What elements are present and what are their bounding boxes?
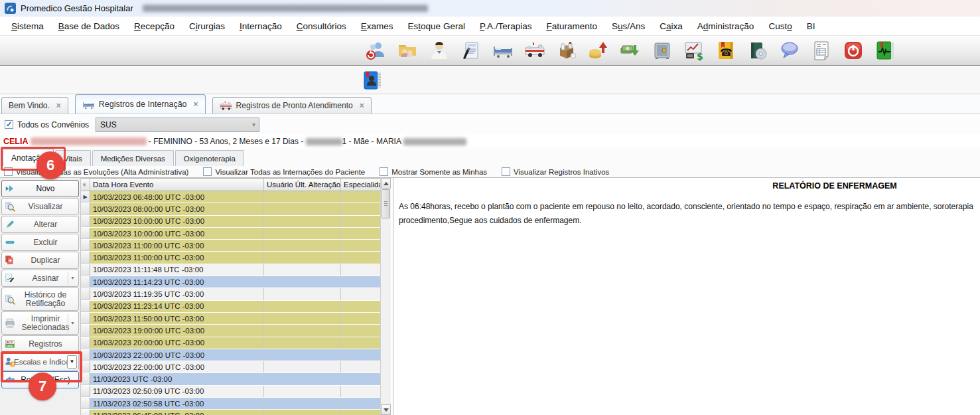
column-header-especialidade[interactable]: Especialidade bbox=[341, 179, 381, 191]
row-header-cell[interactable] bbox=[81, 313, 90, 324]
scrollbar-thumb[interactable] bbox=[382, 189, 390, 218]
safe-icon[interactable] bbox=[651, 39, 673, 62]
table-row[interactable]: 10/03/2023 20:00:00 UTC -03:00 bbox=[81, 337, 391, 349]
menu-item-bi[interactable]: BI bbox=[800, 18, 823, 35]
table-row[interactable]: 10/03/2023 22:00:00 UTC -03:00 bbox=[81, 349, 391, 361]
tab-registros-de-interna-o[interactable]: Registros de Internação× bbox=[75, 94, 206, 114]
sidebar-button-alterar[interactable]: Alterar bbox=[1, 216, 79, 233]
menu-item-interna-o[interactable]: Internação bbox=[232, 18, 289, 35]
checkbox-mostrar-somente-as-minhas[interactable] bbox=[380, 167, 388, 176]
grid-scrollbar[interactable] bbox=[380, 178, 391, 415]
money-up-icon[interactable] bbox=[587, 39, 610, 62]
table-row[interactable]: 10/03/2023 11:00:00 UTC -03:00 bbox=[81, 240, 391, 252]
sidebar-button-registros[interactable]: ACTLOGRegistros bbox=[1, 335, 79, 353]
chevron-down-icon[interactable]: ▼ bbox=[68, 313, 77, 333]
close-icon[interactable]: × bbox=[56, 101, 61, 110]
table-row[interactable]: 10/03/2023 11:14:23 UTC -03:00 bbox=[81, 276, 391, 288]
checkbox-visualizar-todas-as-interna-es-do-paciente[interactable] bbox=[203, 167, 212, 176]
document-sign-icon[interactable] bbox=[460, 39, 482, 62]
power-icon[interactable] bbox=[842, 39, 865, 62]
menu-item-p-a-terapias[interactable]: P.A./Terapias bbox=[472, 18, 539, 35]
menu-item-estoque-geral[interactable]: Estoque Geral bbox=[401, 18, 472, 35]
row-header-cell[interactable] bbox=[81, 373, 90, 384]
pharmacy-box-icon[interactable] bbox=[555, 39, 578, 62]
sidebar-button-excluir[interactable]: Excluir bbox=[1, 234, 79, 251]
chevron-down-icon[interactable]: ▼ bbox=[67, 355, 77, 369]
table-row[interactable]: 10/03/2023 11:19:35 UTC -03:00 bbox=[81, 288, 391, 300]
close-icon[interactable]: × bbox=[360, 101, 364, 110]
sidebar-button-escalas-e-ndices[interactable]: 7Escalas e Índices▼ bbox=[1, 353, 79, 371]
menu-item-caixa[interactable]: Caixa bbox=[652, 18, 690, 35]
row-header-cell[interactable] bbox=[81, 228, 90, 239]
invoice-icon[interactable] bbox=[810, 39, 833, 62]
row-header-cell[interactable] bbox=[81, 216, 90, 227]
ambulance-icon[interactable] bbox=[524, 39, 546, 62]
menu-item-recep-o[interactable]: Recepção bbox=[127, 18, 182, 35]
row-header-cell[interactable] bbox=[81, 240, 90, 251]
sidebar-button-assinar[interactable]: Assinar▼ bbox=[1, 270, 79, 287]
checkbox-visualizar-todas-as-evolu-es-alta-administrativa[interactable] bbox=[4, 167, 13, 176]
subtab-oxigenoterapia[interactable]: Oxigenoterapia bbox=[175, 150, 244, 166]
row-header-cell[interactable] bbox=[81, 301, 90, 312]
row-header-cell[interactable] bbox=[81, 264, 90, 276]
row-header-cell[interactable] bbox=[81, 337, 90, 349]
tab-bem-vindo[interactable]: Bem Vindo.× bbox=[1, 97, 68, 114]
sidebar-button-visualizar[interactable]: Visualizar bbox=[1, 198, 79, 215]
sidebar-button-hist-rico-de-retifica-o[interactable]: Histórico de Retificação bbox=[1, 288, 79, 311]
todos-convenios-checkbox[interactable]: ✓ bbox=[5, 120, 13, 129]
grid-corner-cell[interactable]: ✳ bbox=[81, 179, 90, 191]
tab-registros-de-pronto-atendimento[interactable]: Registros de Pronto Atendimento× bbox=[212, 97, 372, 114]
patient-folder-icon[interactable] bbox=[396, 39, 419, 62]
menu-item-faturamento[interactable]: Faturamento bbox=[539, 18, 604, 35]
column-header-usuario[interactable]: Usuário Últ. Alteração bbox=[264, 179, 341, 191]
doctor-icon[interactable] bbox=[428, 39, 451, 62]
users-sync-icon[interactable] bbox=[364, 39, 387, 62]
table-row[interactable]: ▶10/03/2023 06:48:00 UTC -03:00 bbox=[81, 191, 391, 203]
row-header-cell[interactable] bbox=[81, 288, 90, 299]
financial-monitor-icon[interactable]: $ bbox=[683, 39, 705, 62]
table-row[interactable]: 10/03/2023 10:00:00 UTC -03:00 bbox=[81, 228, 391, 240]
table-row[interactable]: 11/03/2023 UTC -03:00 bbox=[81, 373, 391, 385]
table-row[interactable]: 10/03/2023 11:00:00 UTC -03:00 bbox=[81, 252, 391, 264]
table-row[interactable]: 11/03/2023 02:50:58 UTC -03:00 bbox=[81, 398, 391, 410]
phonebook-icon[interactable]: ☎ bbox=[715, 39, 737, 62]
row-header-cell[interactable] bbox=[81, 398, 90, 409]
row-header-cell[interactable] bbox=[81, 386, 90, 397]
row-header-cell[interactable] bbox=[81, 325, 90, 336]
hospital-bed-icon[interactable] bbox=[492, 39, 514, 62]
row-header-cell[interactable] bbox=[81, 252, 90, 263]
table-row[interactable]: 10/03/2023 11:23:14 UTC -03:00 bbox=[81, 301, 391, 313]
menu-item-exames[interactable]: Exames bbox=[354, 18, 401, 35]
table-row[interactable]: 10/03/2023 08:00:00 UTC -03:00 bbox=[81, 203, 391, 215]
sidebar-button-duplicar[interactable]: Duplicar bbox=[1, 252, 79, 269]
menu-item-cirurgias[interactable]: Cirurgias bbox=[182, 18, 232, 35]
row-header-cell[interactable] bbox=[81, 276, 90, 288]
menu-item-administra-o[interactable]: Administração bbox=[690, 18, 762, 35]
row-header-cell[interactable]: ▶ bbox=[81, 191, 90, 203]
convenio-combobox[interactable]: SUS ▾ bbox=[96, 118, 259, 132]
subtab-medi-es-diversas[interactable]: Medições Diversas bbox=[92, 150, 174, 166]
row-header-cell[interactable] bbox=[81, 410, 90, 415]
book-cd-icon[interactable] bbox=[746, 39, 769, 62]
menu-item-sus-ans[interactable]: Sus/Ans bbox=[604, 18, 652, 35]
table-row[interactable]: 11/03/2023 02:50:09 UTC -03:00 bbox=[81, 386, 391, 398]
table-row[interactable]: 10/03/2023 10:00:00 UTC -03:00 bbox=[81, 216, 391, 228]
menu-item-base-de-dados[interactable]: Base de Dados bbox=[51, 18, 127, 35]
contacts-book-icon[interactable] bbox=[361, 69, 384, 92]
menu-item-consult-rios[interactable]: Consultórios bbox=[289, 18, 354, 35]
row-header-cell[interactable] bbox=[81, 361, 90, 373]
scroll-up-button[interactable] bbox=[381, 178, 391, 189]
sidebar-button-imprimir-selecionadas[interactable]: Imprimir Selecionadas▼ bbox=[1, 311, 79, 335]
menu-item-custo[interactable]: Custo bbox=[761, 18, 799, 35]
health-log-icon[interactable] bbox=[874, 39, 896, 62]
close-icon[interactable]: × bbox=[194, 100, 198, 109]
money-down-icon[interactable] bbox=[619, 39, 642, 62]
table-row[interactable]: 11/03/2023 06:45:00 UTC -03:00 bbox=[81, 410, 391, 415]
table-row[interactable]: 10/03/2023 19:00:00 UTC -03:00 bbox=[81, 325, 391, 337]
chat-icon[interactable] bbox=[778, 39, 801, 62]
row-header-cell[interactable] bbox=[81, 349, 90, 361]
column-header-data-hora[interactable]: Data Hora Evento bbox=[90, 179, 264, 191]
checkbox-visualizar-registros-inativos[interactable] bbox=[502, 167, 510, 176]
table-row[interactable]: 10/03/2023 11:11:48 UTC -03:00 bbox=[81, 264, 391, 276]
table-row[interactable]: 10/03/2023 22:00:00 UTC -03:00 bbox=[81, 361, 391, 373]
